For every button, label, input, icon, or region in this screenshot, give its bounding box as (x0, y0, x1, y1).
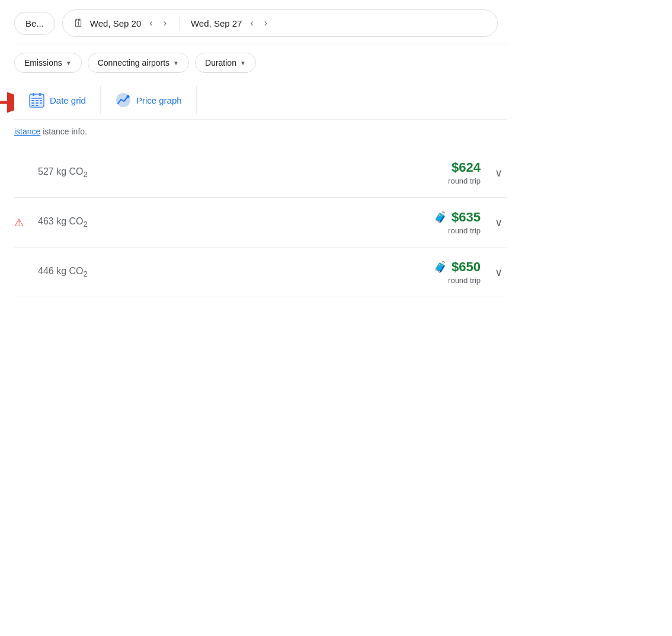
location-button[interactable]: Be... (14, 12, 55, 35)
co2-value: 463 kg CO2 (38, 216, 88, 226)
price-graph-tab[interactable]: Price graph (101, 86, 197, 114)
filter-row: Emissions ▼ Connecting airports ▼ Durati… (14, 44, 507, 81)
duration-label: Duration (205, 58, 236, 68)
table-row: 446 kg CO2 🧳 $650 round trip ∨ (14, 248, 507, 297)
round-trip-label: round trip (448, 176, 481, 185)
emissions-chevron-icon: ▼ (66, 60, 72, 66)
expand-chevron-button[interactable]: ∨ (490, 261, 507, 284)
red-arrow-pointer (0, 91, 14, 117)
co2-value: 527 kg CO2 (38, 166, 88, 176)
co2-info: 527 kg CO2 (38, 166, 412, 179)
date-grid-icon (28, 92, 45, 108)
date1-next-button[interactable]: › (161, 17, 169, 30)
price-value: $635 (452, 210, 481, 225)
date1-prev-button[interactable]: ‹ (147, 17, 155, 30)
no-luggage-icon: 🧳 (434, 211, 447, 224)
round-trip-label: round trip (448, 226, 481, 235)
price-value: $650 (452, 259, 481, 275)
duration-filter-button[interactable]: Duration ▼ (195, 53, 256, 73)
svg-rect-12 (31, 105, 34, 106)
flights-section: 527 kg CO2 $624 round trip ∨ ⚠ 463 kg CO… (14, 148, 507, 297)
svg-point-15 (126, 95, 129, 98)
date2-prev-button[interactable]: ‹ (248, 17, 255, 30)
co2-value: 446 kg CO2 (38, 266, 88, 276)
date-selector[interactable]: 🗓 Wed, Sep 20 ‹ › Wed, Sep 27 ‹ › (62, 9, 498, 37)
co2-info: 463 kg CO2 (38, 216, 412, 229)
svg-rect-13 (36, 105, 39, 106)
price-section: $624 round trip (421, 160, 481, 185)
expand-chevron-button[interactable]: ∨ (490, 162, 507, 184)
expand-chevron-button[interactable]: ∨ (490, 211, 507, 234)
info-text: istance info. (43, 127, 87, 136)
svg-rect-10 (36, 102, 39, 104)
price-value: $624 (452, 160, 481, 175)
emissions-label: Emissions (24, 58, 62, 68)
table-row: ⚠ 463 kg CO2 🧳 $635 round trip ∨ (14, 198, 507, 248)
connecting-airports-filter-button[interactable]: Connecting airports ▼ (88, 53, 189, 73)
location-label: Be... (25, 18, 44, 28)
price-section: 🧳 $650 round trip (421, 259, 481, 285)
connecting-airports-chevron-icon: ▼ (173, 60, 179, 66)
warning-icon: ⚠ (14, 217, 24, 229)
calendar-icon: 🗓 (73, 17, 84, 30)
table-row: 527 kg CO2 $624 round trip ∨ (14, 148, 507, 198)
svg-rect-6 (31, 100, 34, 101)
co2-info: 446 kg CO2 (38, 266, 412, 278)
svg-rect-9 (31, 102, 34, 104)
svg-rect-8 (40, 100, 42, 101)
duration-chevron-icon: ▼ (240, 60, 246, 66)
top-bar: Be... 🗓 Wed, Sep 20 ‹ › Wed, Sep 27 ‹ › (14, 0, 507, 44)
price-graph-tab-label: Price graph (136, 95, 182, 105)
price-graph-icon (115, 92, 132, 108)
chevron-down-icon: ∨ (495, 266, 503, 278)
date2-label: Wed, Sep 27 (191, 18, 242, 28)
svg-rect-3 (33, 93, 34, 96)
svg-rect-11 (40, 102, 42, 104)
info-row: istance istance info. (14, 120, 507, 143)
assistance-link[interactable]: istance (14, 127, 40, 136)
no-luggage-icon: 🧳 (434, 261, 447, 274)
date1-label: Wed, Sep 20 (90, 18, 141, 28)
chevron-down-icon: ∨ (495, 167, 503, 179)
tabs-section: Date grid Price graph Travel Sep 20 – 28… (14, 81, 507, 120)
svg-rect-4 (39, 93, 41, 96)
round-trip-label: round trip (448, 276, 481, 285)
date2-next-button[interactable]: › (262, 17, 270, 30)
date-grid-tab[interactable]: Date grid (14, 86, 101, 114)
date-divider (180, 16, 180, 30)
svg-rect-7 (36, 100, 39, 101)
price-section: 🧳 $635 round trip (421, 210, 481, 235)
date-grid-tab-label: Date grid (50, 95, 86, 105)
connecting-airports-label: Connecting airports (98, 58, 169, 68)
emissions-filter-button[interactable]: Emissions ▼ (14, 53, 82, 73)
chevron-down-icon: ∨ (495, 217, 503, 229)
